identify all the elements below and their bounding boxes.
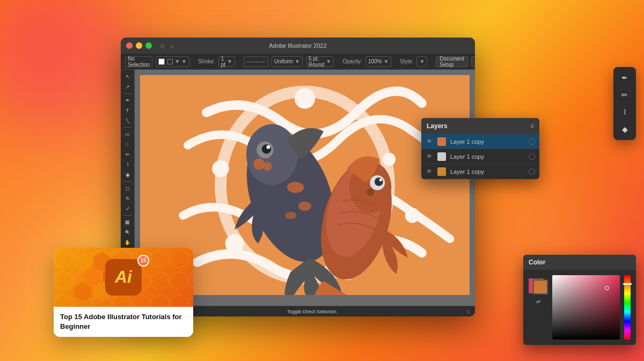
notification-badge: 15 (137, 255, 149, 267)
close-button[interactable] (126, 42, 133, 49)
layer-color-2 (437, 167, 446, 176)
svg-point-13 (253, 158, 265, 170)
layer-row-0[interactable]: 👁 Layer 1 copy (421, 134, 539, 149)
tool-sep-2 (123, 127, 132, 128)
blob-tool[interactable]: ◉ (122, 170, 133, 180)
color-gradient[interactable] (552, 275, 620, 340)
stroke-label: Stroke: (198, 58, 215, 64)
toolbar-bar: No Selection ▼ ▼ Stroke: 1 pt ▼ ———— Uni… (121, 54, 475, 70)
hand-tool[interactable]: ✋ (122, 238, 133, 247)
home-icon[interactable]: ⌂ (168, 41, 177, 50)
svg-point-4 (225, 234, 244, 253)
stroke-value[interactable]: 1 pt ▼ (218, 56, 235, 67)
layer-eye-2[interactable]: 👁 (426, 168, 433, 175)
bg-blob-1 (0, 0, 134, 134)
svg-point-17 (285, 212, 296, 219)
type-tool[interactable]: T (122, 106, 133, 115)
tool-sep-1 (123, 93, 132, 94)
tool-sep-4 (123, 215, 132, 216)
minimize-button[interactable] (136, 42, 142, 49)
pencil-tool[interactable]: ✏ (122, 150, 133, 159)
back-icon[interactable]: ◁ (157, 41, 166, 50)
svg-point-23 (379, 179, 382, 181)
layer-eye-1[interactable]: 👁 (426, 153, 433, 160)
rotate-tool[interactable]: ↻ (122, 194, 133, 203)
no-selection-item: No Selection (125, 56, 152, 67)
thumbnail-card: Ai 15 Top 15 Adobe Illustrator Tutorials… (54, 248, 193, 337)
svg-point-14 (262, 161, 272, 171)
ai-logo-box: Ai 15 (105, 259, 142, 296)
float-brush-tool[interactable]: ✏ (617, 87, 632, 102)
bg-swatch[interactable] (533, 279, 548, 294)
opacity-label: Opacity: (342, 58, 362, 64)
brush-tool[interactable]: ⌇ (122, 160, 133, 170)
layer-eye-0[interactable]: 👁 (426, 138, 433, 145)
layers-menu-icon[interactable]: ≡ (530, 122, 534, 130)
color-title: Color (529, 259, 545, 266)
layer-name-1: Layer 1 copy (450, 153, 524, 160)
window-nav-icons: ◁ ⌂ (157, 41, 177, 50)
color-swatches: ⇄ (529, 275, 548, 340)
float-pen-tool[interactable]: ✒ (617, 70, 632, 85)
preferences-button[interactable]: Preferences (471, 56, 475, 67)
color-header: Color (523, 255, 636, 270)
layer-target-1[interactable] (529, 153, 535, 160)
color-hue-bar[interactable] (624, 275, 631, 340)
svg-point-5 (405, 208, 420, 223)
layer-row-2[interactable]: 👁 Layer 1 copy (421, 164, 539, 179)
eraser-tool[interactable]: ◻ (122, 183, 133, 193)
fill-stroke-item: ▼ ▼ (156, 56, 189, 67)
svg-point-15 (287, 182, 304, 193)
select-tool[interactable]: ↖ (122, 72, 133, 82)
layer-target-0[interactable] (529, 138, 535, 145)
svg-point-3 (383, 153, 396, 166)
toggle-label: Toggle Direct Selection (161, 309, 463, 314)
float-pencil-tool[interactable]: ⌇ (617, 105, 632, 120)
direct-select-tool[interactable]: ↗ (122, 82, 133, 92)
svg-point-11 (262, 144, 271, 153)
scale-tool[interactable]: ⤢ (122, 204, 133, 213)
svg-point-22 (375, 178, 383, 186)
window-title: Adobe Illustrator 2022 (269, 42, 327, 49)
ai-logo-container: Ai 15 (105, 259, 142, 296)
traffic-lights (126, 42, 152, 49)
zoom-tool[interactable]: 🔍 (122, 227, 133, 237)
ellipse-tool[interactable]: ○ (122, 139, 133, 149)
swap-icon[interactable]: ⇄ (536, 299, 540, 305)
uniform-item[interactable]: Uniform ▼ (272, 56, 303, 67)
doc-setup-button[interactable]: Document Setup (436, 56, 468, 67)
swatch-pair[interactable] (529, 275, 548, 294)
svg-point-2 (212, 160, 229, 177)
stroke-style-item[interactable]: ———— (244, 56, 268, 67)
graph-tool[interactable]: ▦ (122, 217, 133, 227)
svg-point-16 (298, 202, 311, 211)
color-panel: Color ⇄ (523, 255, 636, 345)
rectangle-tool[interactable]: ▭ (122, 129, 133, 139)
round-cap-item[interactable]: 5 pt. Round ▼ (306, 56, 334, 67)
svg-point-25 (367, 188, 374, 196)
pen-tool[interactable]: ✒ (122, 95, 133, 105)
svg-point-6 (295, 88, 315, 108)
color-cursor (605, 286, 609, 290)
style-item[interactable]: ▼ (416, 56, 427, 67)
hue-indicator (623, 283, 632, 285)
thumbnail-title: Top 15 Adobe Illustrator Tutorials for B… (60, 312, 187, 331)
layers-panel: Layers ≡ 👁 Layer 1 copy 👁 Layer 1 copy 👁… (421, 118, 539, 179)
layer-row-1[interactable]: 👁 Layer 1 copy (421, 149, 539, 164)
fullscreen-button[interactable] (145, 42, 152, 49)
opacity-value[interactable]: 100% ▼ (365, 56, 391, 67)
svg-point-9 (246, 124, 298, 185)
layers-header: Layers ≡ (421, 118, 539, 134)
layer-target-2[interactable] (529, 168, 535, 175)
tool-sep-3 (123, 181, 132, 182)
float-fill-tool[interactable]: ◆ (617, 122, 632, 137)
layers-list: 👁 Layer 1 copy 👁 Layer 1 copy 👁 Layer 1 … (421, 134, 539, 179)
layer-color-1 (437, 152, 446, 161)
line-tool[interactable]: ╲ (122, 116, 133, 126)
ai-logo-text: Ai (115, 267, 132, 287)
title-bar: ◁ ⌂ Adobe Illustrator 2022 (121, 38, 475, 54)
layer-color-0 (437, 137, 446, 146)
style-label: Style: (400, 58, 413, 64)
thumbnail-image: Ai 15 (54, 248, 193, 307)
color-body: ⇄ (523, 270, 636, 345)
